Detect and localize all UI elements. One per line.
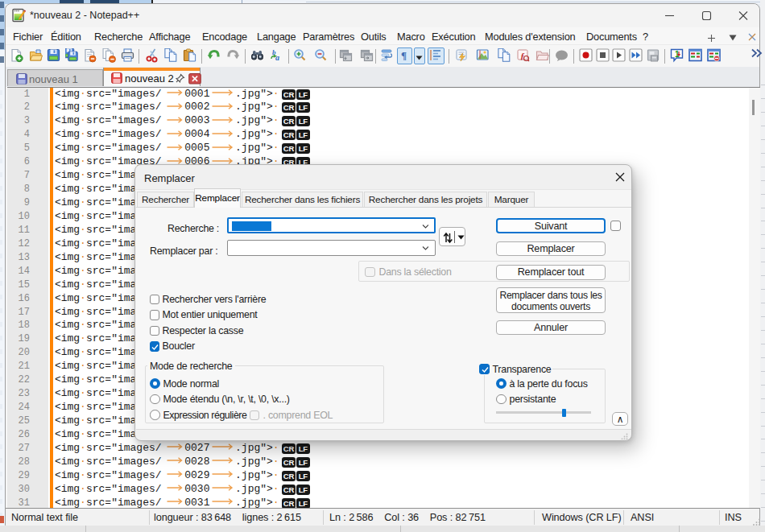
svg-text:¶: ¶ [401,49,407,61]
svg-text:a: a [275,53,279,62]
